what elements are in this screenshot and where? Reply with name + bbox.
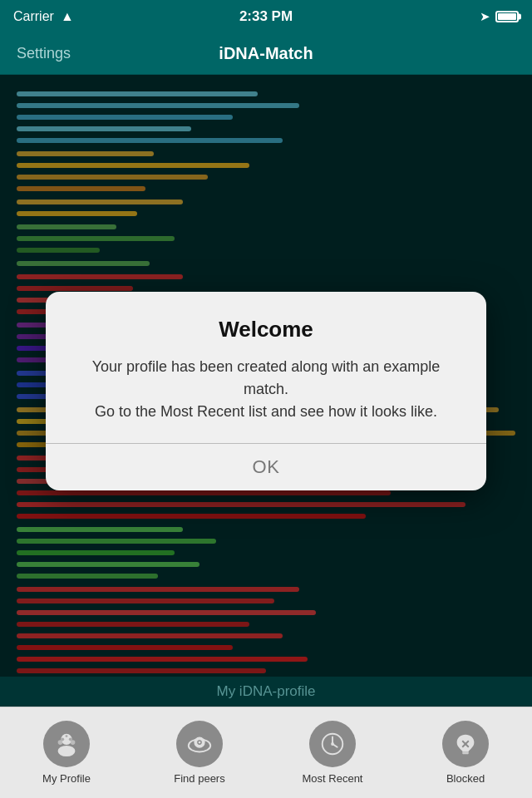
battery-icon xyxy=(495,11,519,22)
svg-point-6 xyxy=(66,735,68,737)
dialog-ok-button[interactable]: OK xyxy=(46,444,486,490)
settings-button[interactable]: Settings xyxy=(17,45,71,62)
dialog-title: Welcome xyxy=(79,317,453,342)
carrier-label: Carrier xyxy=(13,9,54,24)
svg-point-14 xyxy=(331,742,334,746)
dialog: Welcome Your profile has been created al… xyxy=(46,292,486,490)
nav-bar: Settings iDNA-Match xyxy=(0,33,532,75)
my-profile-icon xyxy=(43,721,90,767)
tab-blocked[interactable]: Blocked xyxy=(399,707,532,798)
dialog-content: Welcome Your profile has been created al… xyxy=(46,292,486,443)
tab-find-peers-label: Find peers xyxy=(174,772,224,785)
status-time: 2:33 PM xyxy=(239,8,293,25)
location-icon: ➤ xyxy=(480,9,490,24)
nav-title: iDNA-Match xyxy=(219,44,313,63)
svg-point-2 xyxy=(71,740,76,745)
tab-my-profile-label: My Profile xyxy=(42,772,91,785)
tab-most-recent[interactable]: Most Recent xyxy=(266,707,399,798)
most-recent-icon xyxy=(309,721,356,767)
tab-blocked-label: Blocked xyxy=(446,772,485,785)
tab-find-peers[interactable]: Find peers xyxy=(133,707,266,798)
dialog-message: Your profile has been created along with… xyxy=(79,356,453,423)
status-right-icons: ➤ xyxy=(480,9,519,24)
status-bar: Carrier ▲ 2:33 PM ➤ xyxy=(0,0,532,33)
svg-rect-15 xyxy=(462,751,469,754)
svg-point-3 xyxy=(58,746,76,756)
tab-my-profile[interactable]: My Profile xyxy=(0,707,133,798)
battery-fill xyxy=(498,13,516,20)
svg-point-10 xyxy=(199,741,201,744)
svg-point-1 xyxy=(58,740,63,745)
dialog-overlay: Welcome Your profile has been created al… xyxy=(0,75,532,707)
find-peers-icon xyxy=(176,721,223,767)
blocked-icon xyxy=(442,721,489,767)
wifi-icon: ▲ xyxy=(61,9,74,24)
tab-bar: My Profile Find peers Most Recent xyxy=(0,707,532,798)
status-carrier: Carrier ▲ xyxy=(13,9,74,24)
tab-most-recent-label: Most Recent xyxy=(303,772,363,785)
svg-point-4 xyxy=(61,737,64,741)
svg-point-5 xyxy=(69,737,72,741)
